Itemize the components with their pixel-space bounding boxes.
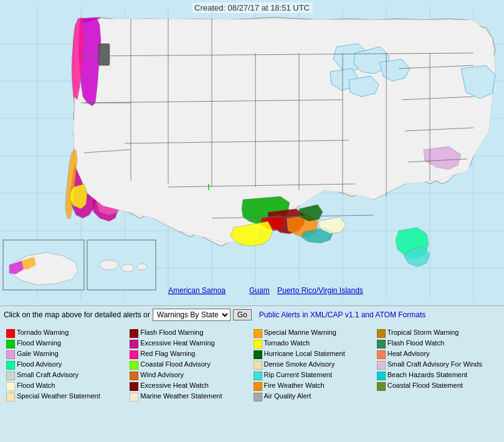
legend-color-box xyxy=(377,361,386,370)
legend-color-box xyxy=(130,350,138,359)
legend-color-box xyxy=(6,382,15,391)
legend-label: Wind Advisory xyxy=(140,371,184,378)
legend-color-box xyxy=(6,340,15,348)
controls-bar: Click on the map above for detailed aler… xyxy=(0,305,504,324)
svg-rect-19 xyxy=(98,44,110,65)
legend-item: Fire Weather Watch xyxy=(254,382,374,391)
legend-color-box xyxy=(130,340,138,348)
legend-label: Tornado Warning xyxy=(17,329,69,336)
us-map[interactable]: American Samoa Guam Puerto Rico/Virgin I… xyxy=(0,0,504,305)
legend-label: Flood Warning xyxy=(17,339,61,347)
click-instructions: Click on the map above for detailed aler… xyxy=(4,310,150,319)
legend-color-box xyxy=(6,329,15,338)
legend-item: Wind Advisory xyxy=(130,371,250,380)
legend-color-box xyxy=(254,372,262,380)
legend-color-box xyxy=(254,340,262,348)
american-samoa-link: American Samoa xyxy=(168,286,226,295)
legend-item: Coastal Flood Statement xyxy=(377,382,498,391)
legend-item: Flood Advisory xyxy=(6,360,127,370)
legend-color-box xyxy=(6,393,15,401)
legend-label: Special Marine Warning xyxy=(264,329,336,336)
legend-label: Tropical Storm Warning xyxy=(388,329,459,336)
legend-color-box xyxy=(6,372,15,380)
legend-item: Special Marine Warning xyxy=(254,329,374,338)
legend-color-box xyxy=(254,361,262,370)
warnings-dropdown[interactable]: Warnings By State xyxy=(153,309,231,321)
legend-color-box xyxy=(130,393,138,401)
legend-color-box xyxy=(254,393,262,401)
legend-item: Marine Weather Statement xyxy=(130,392,250,401)
legend-label: Small Craft Advisory xyxy=(17,371,78,378)
legend-color-box xyxy=(377,329,386,338)
legend-item: Special Weather Statement xyxy=(6,392,127,401)
svg-point-42 xyxy=(100,260,118,270)
legend-color-box xyxy=(130,361,138,370)
guam-link: Guam xyxy=(249,286,270,295)
legend-color-box xyxy=(254,350,262,359)
legend-color-box xyxy=(254,382,262,391)
legend-label: Gale Warning xyxy=(17,350,59,357)
legend-item: Flash Flood Warning xyxy=(130,329,250,338)
legend-item: Flood Warning xyxy=(6,339,127,348)
legend-label: Tornado Watch xyxy=(264,339,310,347)
legend-label: Fire Weather Watch xyxy=(264,382,325,389)
legend-item: Gale Warning xyxy=(6,350,127,359)
puerto-rico-link: Puerto Rico/Virgin Islands xyxy=(277,286,363,295)
legend-label: Excessive Heat Watch xyxy=(140,382,209,389)
legend-label: Beach Hazards Statement xyxy=(388,371,467,378)
legend-label: Dense Smoke Advisory xyxy=(264,360,335,368)
legend-color-box xyxy=(377,340,386,348)
legend-label: Special Weather Statement xyxy=(17,392,100,400)
legend-label: Marine Weather Statement xyxy=(140,392,222,400)
legend-label: Flood Advisory xyxy=(17,360,62,368)
legend-item: Tropical Storm Warning xyxy=(377,329,498,338)
legend-item: Tornado Warning xyxy=(6,329,127,338)
legend-label: Small Craft Advisory For Winds xyxy=(388,360,482,368)
xml-cap-link[interactable]: Public Alerts in XML/CAP v1.1 and ATOM F… xyxy=(259,310,426,319)
map-timestamp: Created: 08/27/17 at 18:51 UTC xyxy=(192,2,312,13)
legend-color-box xyxy=(377,350,386,359)
legend-item: Excessive Heat Watch xyxy=(130,382,250,391)
legend-item: Rip Current Statement xyxy=(254,371,374,380)
legend-item: Excessive Heat Warning xyxy=(130,339,250,348)
legend-color-box xyxy=(254,329,262,338)
legend-label: Rip Current Statement xyxy=(264,371,332,378)
legend-color-box xyxy=(6,361,15,370)
legend-color-box xyxy=(377,382,386,391)
legend-label: Air Quality Alert xyxy=(264,392,311,400)
legend-label: Red Flag Warning xyxy=(140,350,195,357)
legend-label: Coastal Flood Statement xyxy=(388,382,463,389)
legend-label: Flood Watch xyxy=(17,382,55,389)
legend-item: Small Craft Advisory For Winds xyxy=(377,360,498,370)
legend-item: Air Quality Alert xyxy=(254,392,374,401)
legend-color-box xyxy=(130,329,138,338)
legend-item: Flood Watch xyxy=(6,382,127,391)
legend-item: Coastal Flood Advisory xyxy=(130,360,250,370)
links-area: Public Alerts in XML/CAP v1.1 and ATOM F… xyxy=(259,310,426,319)
legend: Tornado WarningFlash Flood WarningSpecia… xyxy=(0,324,504,406)
legend-item: Dense Smoke Advisory xyxy=(254,360,374,370)
legend-label: Coastal Flood Advisory xyxy=(140,360,211,368)
legend-color-box xyxy=(130,372,138,380)
map-container[interactable]: Created: 08/27/17 at 18:51 UTC xyxy=(0,0,504,305)
legend-label: Flash Flood Warning xyxy=(140,329,203,336)
legend-label: Hurricane Local Statement xyxy=(264,350,345,357)
legend-label: Flash Flood Watch xyxy=(388,339,444,347)
legend-color-box xyxy=(130,382,138,391)
legend-color-box xyxy=(377,372,386,380)
legend-item: Red Flag Warning xyxy=(130,350,250,359)
legend-item: Tornado Watch xyxy=(254,339,374,348)
legend-item: Beach Hazards Statement xyxy=(377,371,498,380)
legend-item: Hurricane Local Statement xyxy=(254,350,374,359)
legend-item: Small Craft Advisory xyxy=(6,371,127,380)
legend-color-box xyxy=(6,350,15,359)
svg-point-44 xyxy=(137,264,147,270)
legend-label: Excessive Heat Warning xyxy=(140,339,214,347)
legend-label: Heat Advisory xyxy=(388,350,430,357)
go-button[interactable]: Go xyxy=(233,309,252,320)
legend-item: Flash Flood Watch xyxy=(377,339,498,348)
svg-point-43 xyxy=(121,264,134,272)
legend-item: Heat Advisory xyxy=(377,350,498,359)
